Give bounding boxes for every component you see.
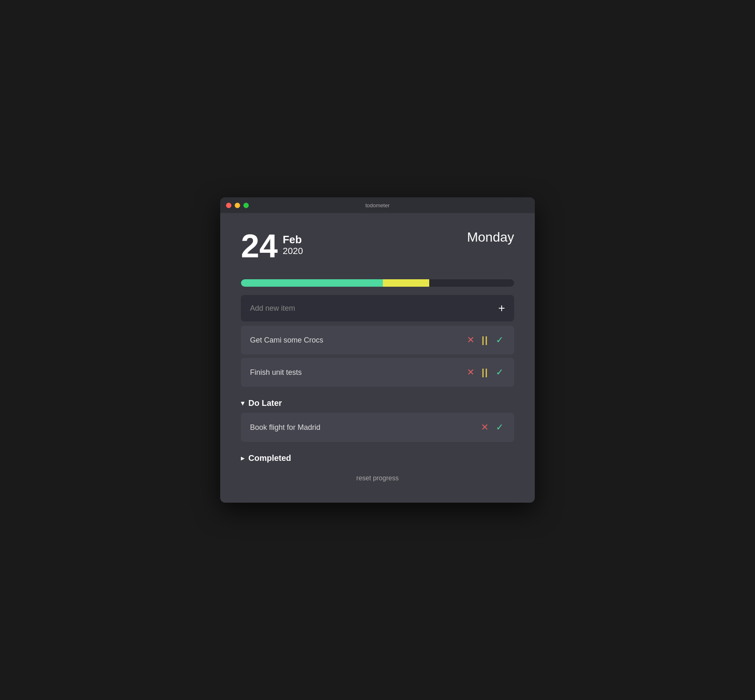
complete-button[interactable]: ✓ [494, 366, 505, 379]
complete-button[interactable]: ✓ [494, 421, 505, 434]
reset-progress-button[interactable]: reset progress [241, 468, 514, 482]
delete-button[interactable]: ✕ [465, 366, 476, 379]
app-title: todometer [365, 202, 390, 209]
completed-section-header[interactable]: ▸ Completed [241, 445, 514, 468]
date-header: 24 Feb 2020 Monday [241, 230, 514, 263]
task-label: Finish unit tests [250, 368, 302, 377]
day-number: 24 [241, 230, 278, 263]
progress-green [241, 279, 383, 287]
maximize-button[interactable] [243, 203, 249, 208]
date-details: Feb 2020 [283, 230, 303, 257]
task-actions: ✕ || ✓ [465, 366, 505, 379]
add-icon[interactable]: + [498, 302, 505, 314]
do-later-title: Do Later [248, 398, 282, 408]
year-label: 2020 [283, 246, 303, 257]
close-button[interactable] [226, 203, 231, 208]
pause-button[interactable]: || [480, 366, 490, 379]
month-label: Feb [283, 234, 303, 246]
do-later-section-header[interactable]: ▾ Do Later [241, 390, 514, 413]
minimize-button[interactable] [235, 203, 240, 208]
completed-title: Completed [248, 453, 291, 463]
complete-button[interactable]: ✓ [494, 334, 505, 346]
task-actions: ✕ ✓ [479, 421, 505, 434]
date-section: 24 Feb 2020 [241, 230, 303, 263]
progress-yellow [383, 279, 429, 287]
pause-button[interactable]: || [480, 334, 490, 346]
main-content: 24 Feb 2020 Monday Add new item + Get Ca… [220, 213, 535, 503]
delete-button[interactable]: ✕ [465, 334, 476, 346]
task-actions: ✕ || ✓ [465, 334, 505, 346]
add-item-row[interactable]: Add new item + [241, 295, 514, 321]
add-item-placeholder: Add new item [250, 304, 295, 313]
do-later-chevron: ▾ [241, 399, 244, 407]
progress-bar [241, 279, 514, 287]
task-item: Book flight for Madrid ✕ ✓ [241, 413, 514, 442]
titlebar: todometer [220, 197, 535, 213]
task-label: Book flight for Madrid [250, 423, 320, 432]
task-label: Get Cami some Crocs [250, 336, 323, 345]
day-name: Monday [467, 230, 514, 245]
task-item: Get Cami some Crocs ✕ || ✓ [241, 326, 514, 355]
delete-button[interactable]: ✕ [479, 421, 490, 434]
traffic-lights [226, 203, 249, 208]
completed-chevron: ▸ [241, 454, 244, 462]
task-item: Finish unit tests ✕ || ✓ [241, 358, 514, 387]
app-window: todometer 24 Feb 2020 Monday Add new ite… [220, 197, 535, 503]
